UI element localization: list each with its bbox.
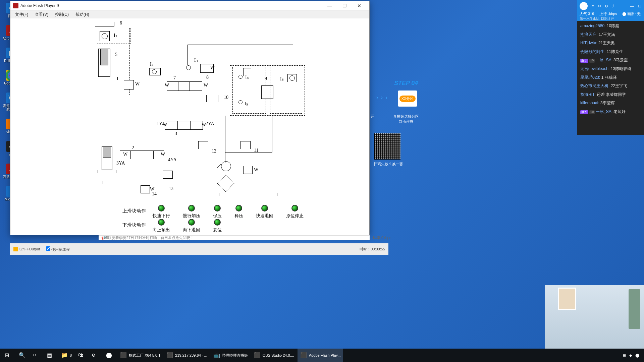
lamp-label: 复位 (213, 227, 222, 233)
folder-icon (13, 247, 18, 251)
avatar[interactable] (580, 2, 588, 10)
category-card[interactable]: XX分区 (398, 90, 417, 107)
titlebar[interactable]: Adobe Flash Player 9 — ☐ ✕ (10, 1, 369, 10)
lamp-label: 慢行加压 (183, 213, 200, 219)
upper-lamp-row: 快速下行 慢行加压 保压 释压 快速退回 原位停止 (153, 205, 304, 219)
menu-file[interactable]: 文件(F) (12, 11, 31, 18)
label-9: 9 (265, 76, 267, 81)
label-3ya: 3YA (116, 161, 125, 166)
bitrate-label: 码率:0kbps (373, 235, 391, 240)
step-04-label: STEP 04 (394, 80, 418, 87)
label-w5: W (202, 122, 206, 128)
lower-lamp-row: 向上顶出 向下退回 复位 (153, 219, 222, 233)
label-w7: W (161, 152, 165, 157)
taskbar-item[interactable]: 🛍 (75, 349, 89, 362)
tray-icon[interactable]: ⬤ (635, 353, 639, 358)
taskbar-item[interactable]: ○ (30, 349, 44, 362)
output-path[interactable]: G:\FFOutput (13, 247, 40, 251)
lamp-slow-press[interactable]: 慢行加压 (183, 205, 200, 219)
system-tray[interactable]: ▦ ◆ ⬤ (623, 353, 642, 358)
lamp-up-eject[interactable]: 向上顶出 (153, 219, 170, 233)
label-7: 7 (173, 75, 176, 81)
lamp-label: 向下退回 (183, 227, 200, 233)
mail-icon[interactable]: ✉ (598, 4, 601, 8)
chat-line: 星星瑶023: 1 张瑞泽 (580, 75, 641, 80)
menu-help[interactable]: 帮助(H) (73, 11, 92, 18)
label-6: 6 (120, 20, 122, 26)
label-14: 14 (152, 191, 157, 197)
label-w8: W (210, 65, 215, 71)
lamp-fast-down[interactable]: 快速下行 (153, 205, 170, 219)
webcam-feed (545, 285, 644, 354)
share-icon[interactable]: ⤴ (612, 4, 614, 8)
lamp-icon (235, 205, 242, 212)
flash-icon (13, 3, 18, 8)
upper-row-label: 上滑块动作 (122, 208, 146, 214)
min-icon[interactable]: — (630, 4, 634, 8)
taskbar-item[interactable]: ⬛格式工厂 X64 5.0.1 (117, 349, 163, 362)
label-4ya: 4YA (168, 157, 177, 163)
checkbox-label: 使用多线程 (51, 247, 70, 251)
minimize-button[interactable]: — (322, 1, 337, 10)
taskbar-item[interactable]: 📁8 (58, 349, 74, 362)
label-13: 13 (169, 186, 173, 191)
chat-line: amazing2580: 10陈超 (580, 23, 641, 29)
chat-line: killershuai: 3李莹辉 (580, 101, 641, 106)
taskbar-item[interactable]: ▤ (44, 349, 58, 362)
label-12: 12 (212, 148, 216, 154)
quality: 画质: 无 (627, 12, 640, 16)
maximize-button[interactable]: ☐ (337, 1, 352, 10)
lamp-icon (214, 219, 221, 226)
lamp-fast-return[interactable]: 快速退回 (256, 205, 273, 219)
label-2: 2 (132, 145, 134, 150)
flash-content: 6 I₁ 5 I₂ 7 W (10, 18, 369, 235)
tray-icon[interactable]: ▦ (623, 353, 626, 358)
label-1: 1 (102, 180, 104, 185)
menu-icon[interactable]: ≡ (592, 4, 594, 8)
menu-view[interactable]: 查看(V) (32, 11, 51, 18)
label-I6: I₆ (280, 76, 284, 82)
lamp-down-return[interactable]: 向下退回 (183, 219, 200, 233)
taskbar-item[interactable]: ⊞ (2, 349, 15, 362)
qr-code[interactable] (374, 133, 400, 160)
qr-caption[interactable]: 扫码失败？换一张 (374, 162, 403, 167)
label-I3: I₃ (194, 57, 198, 63)
close-button[interactable]: ✕ (352, 1, 367, 10)
gear-icon[interactable]: ⚙ (605, 4, 608, 8)
label-w6: W (123, 152, 127, 157)
chat-line: HITjdwta: 21王天奥 (580, 41, 641, 46)
category-caption2: 开 (371, 114, 374, 119)
max-icon[interactable]: ☐ (638, 4, 641, 8)
taskbar-item[interactable]: 🔍 (16, 349, 30, 362)
lamp-label: 快速下行 (153, 213, 170, 219)
taskbar-item[interactable]: ⬤ (103, 349, 117, 362)
lower-row-label: 下滑块动作 (122, 222, 146, 228)
desktop: ♻回收 AAcro Reade ◧Dell Reco Goo Chro W高超声… (0, 0, 644, 362)
taskbar-item[interactable]: 📺哔哩哔哩直播姬 (211, 349, 251, 362)
lamp-reset[interactable]: 复位 (213, 219, 222, 233)
lamp-stop[interactable]: 原位停止 (286, 205, 304, 219)
multithread-checkbox[interactable]: 使用多线程 (46, 246, 70, 252)
label-w9: W (150, 187, 154, 192)
time-label: 时时：00:00:55 (360, 247, 385, 252)
lamp-icon (188, 205, 195, 212)
label-I5: I₅ (245, 101, 248, 107)
arrow-icon: › › › (376, 95, 388, 101)
menubar: 文件(F) 查看(V) 控制(C) 帮助(H) (10, 10, 369, 18)
chat-panel[interactable]: amazing2580: 10陈超沧浪天启: 17王文涵HITjdwta: 21… (577, 21, 644, 135)
taskbar-item[interactable]: ⬛Adobe Flash Play... (298, 349, 343, 362)
category-pill: XX分区 (399, 96, 416, 102)
label-w1: W (165, 83, 169, 88)
taskbar-item[interactable]: e (89, 349, 103, 362)
label-5: 5 (115, 52, 117, 57)
lamp-release[interactable]: 释压 (234, 205, 243, 219)
lamp-icon (158, 205, 165, 212)
tray-icon[interactable]: ◆ (629, 353, 632, 358)
taskbar-item[interactable]: ⬛OBS Studio 24.0.... (251, 349, 297, 362)
path-text: G:\FFOutput (19, 247, 40, 251)
lamp-label: 原位停止 (286, 213, 304, 219)
chat-line: 舰长10一冰_SA: 8马云奎 (580, 58, 641, 63)
lamp-hold[interactable]: 保压 (213, 205, 222, 219)
menu-control[interactable]: 控制(C) (52, 11, 71, 18)
taskbar-item[interactable]: ⬛219.217.239.64 - ... (164, 349, 210, 362)
